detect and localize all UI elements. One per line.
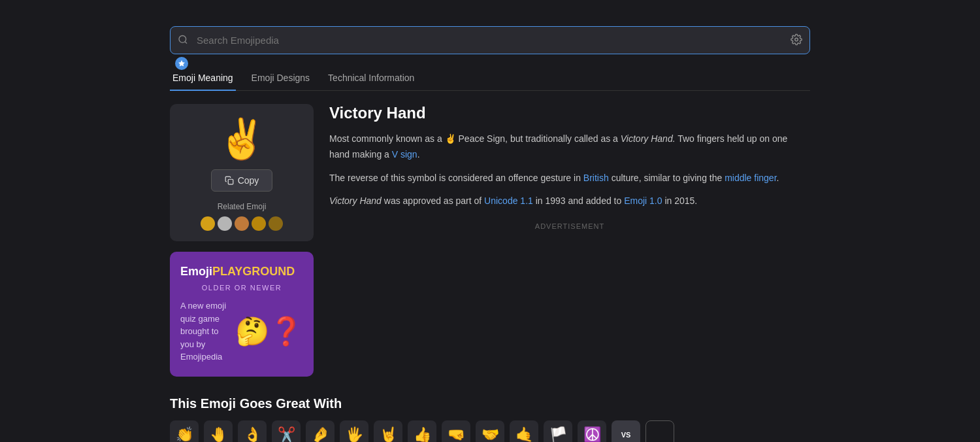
playground-body: A new emoji quiz game brought to you by … xyxy=(180,299,303,364)
emoji-tile-0[interactable]: 👏 xyxy=(170,420,199,443)
emoji-tile-11[interactable]: 🏳️ xyxy=(544,420,572,443)
search-badge xyxy=(175,57,188,70)
emoji-tile-3[interactable]: ✂️ xyxy=(272,420,301,443)
playground-subtitle: OLDER OR NEWER xyxy=(180,284,303,292)
emoji-display: ✌️ xyxy=(218,120,267,159)
copy-button[interactable]: Copy xyxy=(211,169,273,192)
emoji-tile-4[interactable]: 🤌 xyxy=(306,420,335,443)
emoji-link[interactable]: Emoji 1.0 xyxy=(624,196,662,206)
bottom-section: This Emoji Goes Great With 👏 🤚 👌 ✂️ 🤌 🖐️… xyxy=(170,396,810,443)
emoji-tile-13[interactable]: VS xyxy=(612,420,640,443)
copy-button-label: Copy xyxy=(238,175,259,186)
emoji-card: ✌️ Copy Related Emoji xyxy=(170,104,314,241)
description-2: The reverse of this symbol is considered… xyxy=(329,171,810,186)
related-dot-1[interactable] xyxy=(201,216,215,231)
middle-finger-link[interactable]: middle finger xyxy=(725,173,776,183)
svg-point-0 xyxy=(179,35,186,42)
playground-card[interactable]: EmojiPLAYGROUND OLDER OR NEWER A new emo… xyxy=(170,252,314,377)
related-emojis xyxy=(201,216,283,231)
related-label: Related Emoji xyxy=(218,202,267,211)
british-link[interactable]: British xyxy=(583,173,609,183)
tab-emoji-meaning[interactable]: Emoji Meaning xyxy=(170,67,236,91)
related-dot-4[interactable] xyxy=(252,216,266,231)
playground-text: A new emoji quiz game brought to you by … xyxy=(180,299,229,364)
tab-technical-information[interactable]: Technical Information xyxy=(325,67,417,91)
emoji-tile-1[interactable]: 🤚 xyxy=(204,420,233,443)
emoji-title: Victory Hand xyxy=(329,104,810,122)
description-1: Most commonly known as a ✌️ Peace Sign, … xyxy=(329,131,810,163)
playground-emoji-display: 🤔❓ xyxy=(235,315,303,347)
emoji-tile-5[interactable]: 🖐️ xyxy=(340,420,368,443)
search-icon xyxy=(178,34,188,46)
search-input[interactable] xyxy=(170,26,810,54)
svg-rect-4 xyxy=(228,179,233,184)
playground-title-yellow: PLAYGROUND xyxy=(212,265,295,278)
playground-title: EmojiPLAYGROUND xyxy=(180,265,303,279)
advertisement-label: ADVERTISEMENT xyxy=(329,222,810,230)
settings-icon[interactable] xyxy=(791,33,802,47)
emoji-tile-9[interactable]: 🤝 xyxy=(476,420,504,443)
svg-line-1 xyxy=(185,41,187,43)
tabs-container: Emoji Meaning Emoji Designs Technical In… xyxy=(170,67,810,91)
related-dot-3[interactable] xyxy=(235,216,249,231)
related-dot-5[interactable] xyxy=(269,216,283,231)
emoji-tile-7[interactable]: 👍 xyxy=(408,420,436,443)
emoji-grid: 👏 🤚 👌 ✂️ 🤌 🖐️ 🤘 👍 🤜 🤝 🤙 🏳️ ☮️ VS xyxy=(170,420,810,443)
emoji-tile-8[interactable]: 🤜 xyxy=(442,420,470,443)
emoji-tile-6[interactable]: 🤘 xyxy=(374,420,402,443)
tab-emoji-designs[interactable]: Emoji Designs xyxy=(249,67,312,91)
emoji-tile-10[interactable]: 🤙 xyxy=(510,420,538,443)
main-content: ✌️ Copy Related Emoji xyxy=(170,104,810,377)
right-panel: Victory Hand Most commonly known as a ✌️… xyxy=(329,104,810,377)
playground-title-white: Emoji xyxy=(180,265,212,278)
description-3: Victory Hand was approved as part of Uni… xyxy=(329,194,810,209)
related-dot-2[interactable] xyxy=(218,216,232,231)
unicode-link[interactable]: Unicode 1.1 xyxy=(484,196,533,206)
svg-marker-3 xyxy=(178,60,185,67)
left-panel: ✌️ Copy Related Emoji xyxy=(170,104,314,377)
emoji-tile-12[interactable]: ☮️ xyxy=(578,420,606,443)
goes-great-title: This Emoji Goes Great With xyxy=(170,396,810,411)
emoji-tile-2[interactable]: 👌 xyxy=(238,420,267,443)
emoji-tile-14[interactable] xyxy=(645,420,674,443)
svg-point-2 xyxy=(795,38,798,41)
v-sign-link[interactable]: V sign xyxy=(392,149,417,160)
search-container xyxy=(170,26,810,54)
